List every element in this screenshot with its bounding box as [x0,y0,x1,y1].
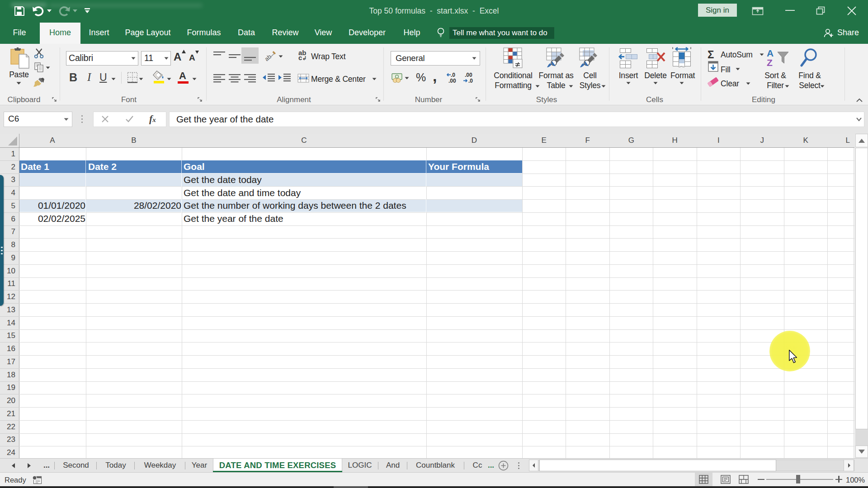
svg-text:.0: .0 [451,72,455,78]
svg-text:.00: .00 [465,72,472,78]
svg-text:ab: ab [264,53,273,62]
svg-text:.00: .00 [448,78,456,84]
svg-text:.0: .0 [468,78,473,84]
svg-text:A: A [767,48,774,58]
svg-text:Z: Z [767,57,773,68]
